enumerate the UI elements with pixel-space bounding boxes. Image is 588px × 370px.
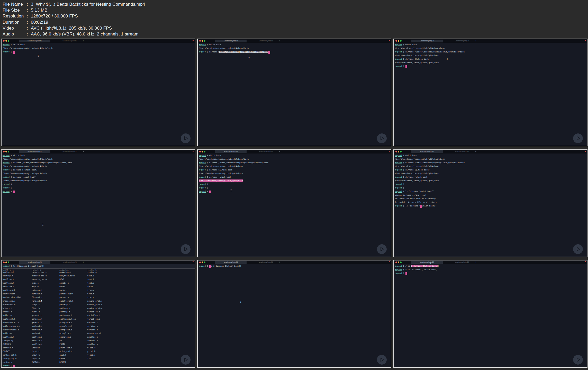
play-overlay-button[interactable] [573, 133, 583, 143]
terminal-line: /Users/wesdemos/repos/github/g0t4/bash/b… [395, 157, 587, 161]
terminal-tab-inactive: wesdemos@mbp21 [59, 261, 81, 264]
play-overlay-button[interactable] [181, 244, 191, 254]
video-frame-thumbnail-8[interactable]: wesdemos@mbp21 wesdemos@mbp21 + expand $… [197, 260, 391, 368]
terminal-text: $ which bash [402, 154, 417, 157]
new-tab-icon: + [279, 39, 280, 42]
terminal-line: expand $ dirname /Users/wesdemos/repos/g… [3, 161, 195, 165]
notification-dot [585, 151, 586, 152]
terminal-line: expand $ [3, 186, 195, 190]
terminal-text: $ [10, 187, 12, 189]
terminal-content: expand $ which bash/Users/wesdemos/repos… [198, 43, 391, 54]
notification-dot [389, 40, 390, 41]
terminal-line: command.h include print_cmd.c y.tab.c [3, 346, 195, 350]
prompt-label: expand [395, 176, 402, 178]
terminal-line: CHANGES hashlib.o POSIX xmalloc.o [3, 342, 195, 346]
terminal-line: expand $ dirname /Users/wesdemos/repos/g… [199, 161, 391, 165]
prompt-label: expand [3, 169, 10, 171]
terminal-line: /Users/wesdemos/repos/github/g0t4/bash/b… [199, 47, 391, 50]
terminal-line: /Users/wesdemos/repos/github/g0t4/bash [395, 172, 587, 175]
play-overlay-button[interactable] [377, 244, 387, 254]
info-separator: : [27, 32, 31, 37]
terminal-text: $ dirname /Users/wesdemos/repos/github/g… [206, 161, 268, 164]
terminal-line: /Users/wesdemos/repos/github/g0t4/bash/b… [199, 157, 391, 161]
video-frame-thumbnail-5[interactable]: wesdemos@mbp21 wesdemos@mbp21 + expand $… [197, 149, 391, 257]
terminal-text: /Users/wesdemos/repos/github/g0t4/bash [3, 179, 47, 182]
info-label: Duration [3, 20, 27, 25]
audio-codec-value: AAC, 96.0 kb/s (VBR), 48.0 kHz, 2 channe… [31, 32, 139, 37]
play-icon [181, 355, 191, 365]
play-overlay-button[interactable] [181, 355, 191, 365]
video-frame-thumbnail-4[interactable]: wesdemos@mbp21 wesdemos@mbp21 + expand $… [1, 149, 195, 257]
video-frame-thumbnail-7[interactable]: wesdemos@mbp21 wesdemos@mbp21 + expand $… [1, 260, 195, 368]
terminal-cursor [405, 65, 407, 68]
play-overlay-button[interactable] [181, 133, 191, 143]
terminal-text: $ ls $(dirname $(which bash)) [10, 265, 44, 267]
terminal-text: ) [438, 265, 439, 267]
prompt-label: expand [3, 154, 10, 157]
terminal-line: expand $ ls $(dirname $(which bash)) [199, 264, 391, 268]
terminal-line: expand $ [3, 364, 195, 368]
notification-dot [193, 151, 194, 152]
prompt-label: expand [395, 183, 402, 185]
play-overlay-button[interactable] [573, 244, 583, 254]
mouse-cursor-ibeam: I [430, 262, 431, 264]
terminal-line: config-bot.h input.h quit.h y.tab.o [3, 353, 195, 357]
terminal-titlebar: wesdemos@mbp21 wesdemos@mbp21 + [394, 150, 587, 154]
terminal-text: $ # ls [402, 265, 411, 267]
terminal-tab-inactive: wesdemos@mbp21 [451, 261, 473, 264]
terminal-line: bashline.h expr.c nojobs.c test.o [3, 281, 195, 285]
duration-value: 00:02:19 [31, 20, 48, 25]
play-overlay-button[interactable] [377, 133, 387, 143]
terminal-line: /Users/wesdemos/repos/github/g0t4/bash [3, 179, 195, 183]
mouse-cursor-ibeam: I [248, 57, 250, 60]
prompt-label: expand [3, 43, 10, 46]
prompt-label: expand [3, 183, 10, 185]
minimize-icon [202, 151, 203, 152]
terminal-content: expand $ which bash/Users/wesdemos/repos… [394, 154, 587, 208]
terminal-line: usage: dirname string [...] [395, 193, 587, 197]
close-icon [395, 151, 397, 152]
terminal-tab-active: wesdemos@mbp21 [19, 261, 50, 264]
minimize-icon [5, 261, 7, 263]
play-overlay-button[interactable] [377, 355, 387, 365]
video-frame-thumbnail-1[interactable]: wesdemos@mbp21 wesdemos@mbp21 + expand $… [1, 39, 195, 146]
info-separator: : [27, 8, 31, 13]
terminal-titlebar: wesdemos@mbp21 wesdemos@mbp21 + [2, 150, 195, 154]
new-tab-icon: + [83, 150, 84, 153]
play-overlay-button[interactable] [573, 355, 583, 365]
prompt-label: expand [199, 51, 206, 53]
terminal-text: which bash\`` [422, 205, 437, 207]
play-icon [377, 133, 387, 143]
resolution-value: 1280x720 / 30.000 FPS [31, 14, 78, 19]
terminal-tab-active: wesdemos@mbp21 [411, 261, 443, 264]
terminal-content: expand $ which bash/Users/wesdemos/repos… [198, 154, 391, 193]
terminal-content: expand $ which bash/Users/wesdemos/repos… [2, 154, 195, 193]
terminal-tab-inactive: wesdemos@mbp21 [59, 150, 81, 153]
prompt-label: expand [395, 169, 402, 171]
info-separator: : [27, 2, 31, 7]
prompt-label: expand [199, 183, 206, 185]
terminal-text: $ # ls `dirname \`which bash\`` [402, 268, 439, 271]
terminal-line: expand $ which bash [395, 43, 587, 47]
terminal-tab-active: wesdemos@mbp21 [215, 40, 247, 43]
terminal-cursor: l [209, 265, 211, 268]
terminal-titlebar: wesdemos@mbp21 wesdemos@mbp21 + [2, 260, 195, 264]
maximize-icon [400, 261, 402, 263]
video-frame-thumbnail-3[interactable]: wesdemos@mbp21 wesdemos@mbp21 + expand $… [393, 39, 587, 146]
terminal-text: $ dirname `which bash` [10, 176, 36, 178]
terminal-text: $ dirname [206, 51, 219, 53]
video-codec-value: AVC (High@L3.1), 205 kb/s, 30.000 FPS [31, 26, 112, 31]
terminal-line: expand $ [3, 190, 195, 193]
terminal-content: expand $ which bash/Users/wesdemos/repos… [394, 43, 587, 68]
video-frame-thumbnail-2[interactable]: wesdemos@mbp21 wesdemos@mbp21 + expand $… [197, 39, 391, 146]
terminal-text: $ which bash [206, 154, 221, 157]
terminal-line: buildconf.h.in general.o pcomplete.c ver… [3, 321, 195, 324]
terminal-text: /Users/wesdemos/repos/github/g0t4/bash [395, 54, 439, 57]
mouse-cursor-ibeam: I [42, 223, 43, 226]
terminal-text: /Users/wesdemos/repos/github/g0t4/bash [3, 172, 47, 175]
terminal-line: expand $ which bash [3, 154, 195, 157]
terminal-text: $ which bash [206, 43, 221, 46]
video-frame-thumbnail-9[interactable]: wesdemos@mbp21 wesdemos@mbp21 + expand $… [393, 260, 587, 368]
terminal-text: $ [10, 51, 13, 53]
video-frame-thumbnail-6[interactable]: wesdemos@mbp21 wesdemos@mbp21 + expand $… [393, 149, 587, 257]
